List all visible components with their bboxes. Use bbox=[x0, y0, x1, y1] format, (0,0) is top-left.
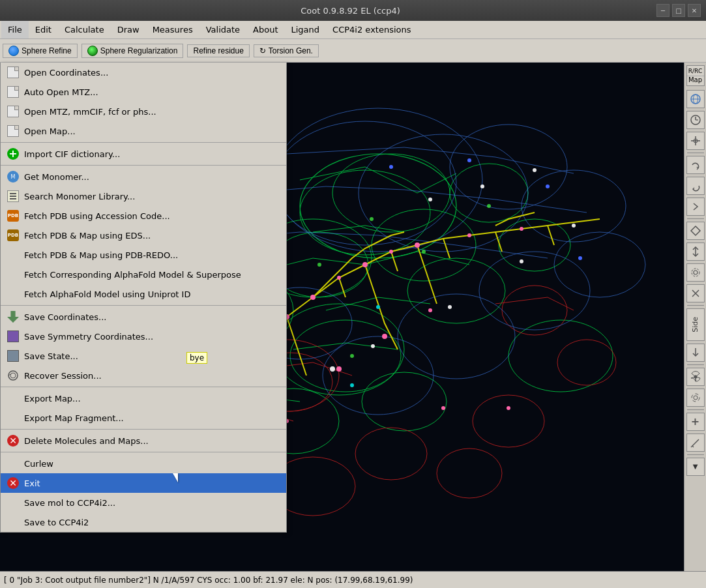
updown-button[interactable] bbox=[686, 243, 705, 261]
doc4-icon bbox=[6, 124, 20, 138]
svg-line-142 bbox=[692, 439, 699, 446]
svg-point-135 bbox=[692, 269, 699, 276]
fetch-pdb-eds-label: Fetch PDB & Map using EDS... bbox=[24, 231, 278, 241]
sphere-regularization-button[interactable]: Sphere Regularization bbox=[81, 44, 184, 58]
save-ccp4i2-icon bbox=[6, 515, 20, 529]
mouse-cursor bbox=[173, 473, 178, 482]
refine-residue-label: Refine residue bbox=[193, 46, 243, 55]
recover-session-item[interactable]: Recover Session... bbox=[1, 366, 286, 385]
window-title: Coot 0.9.8.92 EL (ccp4) bbox=[44, 6, 656, 16]
plus-button[interactable]: + bbox=[686, 413, 705, 431]
refine-residue-button[interactable]: Refine residue bbox=[187, 44, 249, 57]
svg-point-108 bbox=[376, 305, 380, 309]
menu-about[interactable]: About bbox=[246, 21, 284, 38]
radioactive-button[interactable] bbox=[686, 368, 705, 386]
save-state-item[interactable]: Save State... bbox=[1, 346, 286, 366]
menu-calculate[interactable]: Calculate bbox=[58, 21, 111, 38]
svg-point-140 bbox=[694, 396, 698, 400]
down-chevron-button[interactable]: ▼ bbox=[686, 458, 705, 476]
svg-point-101 bbox=[371, 344, 375, 348]
curlew-label: Curlew bbox=[24, 459, 278, 469]
get-monomer-item[interactable]: M Get Monomer... bbox=[1, 167, 286, 186]
export-map-fragment-item[interactable]: Export Map Fragment... bbox=[1, 408, 286, 428]
gear-button[interactable] bbox=[686, 263, 705, 282]
open-map-label: Open Map... bbox=[24, 126, 278, 136]
map-label: Map bbox=[687, 76, 704, 84]
doc-icon bbox=[6, 65, 20, 80]
crosshair-button[interactable] bbox=[686, 132, 705, 150]
menu-ligand[interactable]: Ligand bbox=[285, 21, 327, 38]
open-map-item[interactable]: Open Map... bbox=[1, 121, 286, 141]
sphere-refine-label: Sphere Refine bbox=[22, 46, 72, 55]
save-coords-item[interactable]: Save Coordinates... bbox=[1, 307, 286, 327]
svg-point-120 bbox=[8, 371, 18, 380]
svg-point-109 bbox=[350, 383, 354, 387]
search-monomer-label: Search Monomer Library... bbox=[24, 192, 278, 201]
save-mol-icon bbox=[6, 495, 20, 510]
save-mol-ccp4i2-item[interactable]: Save mol to CCP4i2... bbox=[1, 493, 286, 512]
fetch-alphafold-uniprot-item[interactable]: Fetch AlphaFold Model using Uniprot ID bbox=[1, 284, 286, 304]
save-sym-item[interactable]: Save Symmetry Coordinates... bbox=[1, 327, 286, 346]
hazard-button[interactable] bbox=[686, 389, 705, 407]
torsion-gen-button[interactable]: ↻ Torsion Gen. bbox=[254, 44, 319, 57]
fetch-pdb-eds-item[interactable]: PDB Fetch PDB & Map using EDS... bbox=[1, 226, 286, 245]
file-dropdown: Open Coordinates... Auto Open MTZ... Ope… bbox=[0, 63, 287, 533]
side-button[interactable]: Side bbox=[686, 308, 705, 341]
rc-map-button[interactable]: R/RC Map bbox=[686, 65, 705, 86]
maximize-button[interactable]: □ bbox=[672, 4, 685, 17]
open-mtz-item[interactable]: Open MTZ, mmCIF, fcf or phs... bbox=[1, 102, 286, 121]
rt-sep-3 bbox=[687, 305, 704, 306]
arrow-right-button[interactable] bbox=[686, 198, 705, 216]
fetch-pdb-redo-item[interactable]: Fetch PDB & Map using PDB-REDO... bbox=[1, 245, 286, 265]
menu-measures[interactable]: Measures bbox=[146, 21, 199, 38]
svg-point-107 bbox=[428, 198, 432, 201]
tool-diamond-button[interactable] bbox=[686, 222, 705, 240]
status-bar: [ 0 "Job 3: Coot output file number2"] N… bbox=[0, 571, 706, 588]
svg-point-92 bbox=[382, 334, 387, 339]
svg-point-84 bbox=[362, 262, 368, 267]
open-coordinates-item[interactable]: Open Coordinates... bbox=[1, 63, 286, 82]
auto-open-mtz-item[interactable]: Auto Open MTZ... bbox=[1, 82, 286, 102]
import-cif-item[interactable]: + Import CIF dictionary... bbox=[1, 144, 286, 164]
fetch-alphafold-label: Fetch Corresponding AlphaFold Model & Su… bbox=[24, 270, 278, 280]
tool-chain-button[interactable] bbox=[686, 434, 705, 452]
close-button[interactable]: ✕ bbox=[688, 4, 701, 17]
title-bar: Coot 0.9.8.92 EL (ccp4) ─ □ ✕ bbox=[0, 0, 706, 21]
menu-ccp4i2[interactable]: CCP4i2 extensions bbox=[326, 21, 417, 38]
sphere-refine-button[interactable]: Sphere Refine bbox=[3, 44, 78, 58]
side-label: Side bbox=[691, 317, 699, 332]
rotate-button[interactable] bbox=[686, 156, 705, 174]
clock-button[interactable] bbox=[686, 111, 705, 129]
export-map-item[interactable]: Export Map... bbox=[1, 389, 286, 408]
save-state-label: Save State... bbox=[24, 351, 278, 361]
curlew-item[interactable]: Curlew bbox=[1, 454, 286, 473]
menu-validate[interactable]: Validate bbox=[199, 21, 246, 38]
globe-button[interactable] bbox=[686, 90, 705, 108]
bye-tooltip: bye bbox=[186, 352, 207, 364]
save-ccp4i2-label: Save to CCP4i2 bbox=[24, 518, 278, 527]
delete-molecules-label: Delete Molecules and Maps... bbox=[24, 436, 278, 446]
sym-rotate-button[interactable] bbox=[686, 177, 705, 195]
minimize-button[interactable]: ─ bbox=[656, 4, 669, 17]
separator-5 bbox=[1, 429, 286, 430]
open-coordinates-label: Open Coordinates... bbox=[24, 68, 278, 78]
exit-item[interactable]: ✕ Exit bbox=[1, 473, 286, 493]
save-ccp4i2-item[interactable]: Save to CCP4i2 bbox=[1, 512, 286, 532]
torsion-gen-label: Torsion Gen. bbox=[269, 46, 313, 55]
list-icon bbox=[6, 189, 20, 203]
fetch-pdb-acc-item[interactable]: PDB Fetch PDB using Accession Code... bbox=[1, 206, 286, 226]
search-monomer-item[interactable]: Search Monomer Library... bbox=[1, 186, 286, 206]
menu-draw[interactable]: Draw bbox=[111, 21, 146, 38]
menu-edit[interactable]: Edit bbox=[29, 21, 58, 38]
tool-x-button[interactable] bbox=[686, 284, 705, 302]
main-area: Open Coordinates... Auto Open MTZ... Ope… bbox=[0, 63, 706, 571]
svg-point-83 bbox=[310, 295, 316, 300]
fetch-alphafold-item[interactable]: Fetch Corresponding AlphaFold Model & Su… bbox=[1, 265, 286, 284]
svg-point-105 bbox=[533, 168, 537, 172]
menu-file[interactable]: File bbox=[1, 21, 29, 38]
export-map-icon bbox=[6, 391, 20, 405]
delete-molecules-item[interactable]: ✕ Delete Molecules and Maps... bbox=[1, 431, 286, 450]
tool-down-button[interactable] bbox=[686, 344, 705, 362]
pdb-icon: PDB bbox=[6, 209, 20, 223]
import-cif-label: Import CIF dictionary... bbox=[24, 149, 278, 159]
